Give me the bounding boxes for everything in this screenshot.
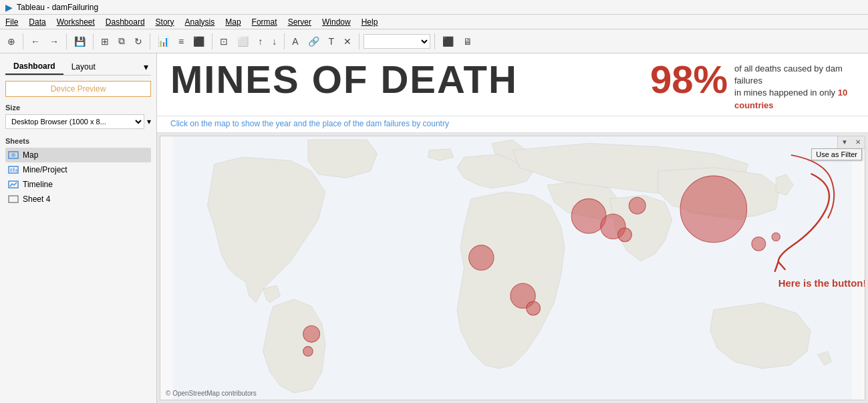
sep5 — [212, 33, 212, 49]
menu-help[interactable]: Help — [356, 16, 384, 28]
svg-rect-4 — [13, 168, 15, 172]
sheet-item-sheet4[interactable]: Sheet 4 — [5, 192, 151, 207]
menu-window[interactable]: Window — [317, 16, 356, 28]
menu-bar: File Data Worksheet Dashboard Story Anal… — [0, 15, 868, 29]
toolbar: ⊕ ← → 💾 ⊞ ⧉ ↻ 📊 ≡ ⬛ ⊡ ⬜ ↑ ↓ A 🔗 T ✕ ⬛ 🖥 — [0, 29, 868, 53]
stat-block: 98% of all deaths caused by dam failures… — [650, 60, 855, 112]
bubble-china[interactable] — [680, 176, 747, 243]
app-icon: ▶ — [5, 2, 13, 13]
present-btn[interactable]: ⬛ — [439, 34, 457, 49]
map-attribution: © OpenStreetMap contributors — [166, 390, 257, 397]
sep6 — [284, 33, 285, 49]
sheet-item-timeline[interactable]: Timeline — [5, 177, 151, 192]
bubble-central-asia[interactable] — [629, 197, 645, 214]
map-toolbar: ▼ ✕ — [837, 136, 865, 149]
toolbar-combo[interactable] — [364, 34, 430, 49]
device-preview-button[interactable]: Device Preview — [5, 81, 151, 97]
save-btn[interactable]: 💾 — [71, 34, 89, 49]
bubble-brazil[interactable] — [303, 325, 320, 342]
size-selector: Desktop Browser (1000 x 8... ▾ — [5, 114, 151, 129]
sheet-label-map: Map — [23, 150, 38, 160]
layout-btn[interactable]: ⬜ — [234, 34, 252, 49]
annotate-btn[interactable]: 🔗 — [305, 34, 323, 49]
bubble-central-africa2[interactable] — [527, 301, 541, 315]
menu-dashboard[interactable]: Dashboard — [100, 16, 150, 28]
sort-desc-btn[interactable]: ↓ — [269, 34, 280, 49]
text-btn[interactable]: T — [325, 34, 338, 49]
bubble-southeast-asia[interactable] — [752, 237, 766, 251]
world-map — [160, 136, 865, 400]
mark-btn[interactable]: ✕ — [340, 34, 355, 49]
tab-layout[interactable]: Layout — [63, 59, 104, 75]
dashboard-header: MINES OF DEATH 98% of all deaths caused … — [157, 53, 868, 116]
sep8 — [434, 33, 435, 49]
content-area: MINES OF DEATH 98% of all deaths caused … — [157, 53, 868, 403]
sheet4-icon — [8, 194, 19, 205]
menu-story[interactable]: Story — [150, 16, 180, 28]
sheets-label: Sheets — [5, 137, 151, 145]
sheet-label-sheet4: Sheet 4 — [23, 194, 50, 204]
bubble-west-africa[interactable] — [469, 245, 494, 270]
menu-server[interactable]: Server — [283, 16, 317, 28]
panel-tabs: Dashboard Layout ▾ — [5, 59, 151, 76]
tab-arrow-icon[interactable]: ▾ — [141, 59, 151, 75]
mine-sheet-icon — [8, 164, 19, 175]
svg-point-1 — [11, 153, 15, 157]
paste-btn[interactable]: ⧉ — [115, 33, 128, 49]
sep3 — [93, 33, 94, 49]
menu-file[interactable]: File — [0, 16, 23, 28]
tab-dashboard[interactable]: Dashboard — [5, 59, 63, 75]
add-datasource-btn[interactable]: ⊞ — [98, 34, 112, 49]
subtitle-bar: Click on the map to show the year and th… — [157, 116, 868, 133]
sep4 — [150, 33, 150, 49]
menu-format[interactable]: Format — [247, 16, 283, 28]
svg-rect-3 — [10, 168, 12, 172]
rows-btn[interactable]: ≡ — [175, 34, 187, 49]
refresh-btn[interactable]: ↻ — [131, 34, 146, 49]
dashboard-title: MINES OF DEATH — [170, 60, 518, 99]
label-btn[interactable]: A — [289, 34, 301, 49]
sheets-section: Sheets Map Mine/Project — [5, 137, 151, 207]
sep2 — [66, 33, 67, 49]
subtitle-text: Click on the map to show the year and th… — [170, 119, 449, 128]
sheet-item-mine[interactable]: Mine/Project — [5, 162, 151, 177]
bubble-east-asia[interactable] — [772, 233, 780, 241]
size-dropdown-icon[interactable]: ▾ — [147, 117, 151, 126]
sheet-label-mine: Mine/Project — [23, 165, 67, 174]
sort-asc-btn[interactable]: ↑ — [255, 34, 266, 49]
bubble-south-asia2[interactable] — [618, 228, 632, 242]
menu-data[interactable]: Data — [23, 16, 51, 28]
main-layout: Dashboard Layout ▾ Device Preview Size D… — [0, 53, 868, 403]
device-btn[interactable]: 🖥 — [460, 34, 476, 49]
cols-btn[interactable]: ⬛ — [190, 34, 208, 49]
map-container[interactable]: ▼ ✕ Use as Filter — [160, 136, 865, 400]
back-btn[interactable]: ← — [27, 34, 43, 49]
map-move-btn[interactable]: ▼ — [838, 136, 851, 148]
timeline-sheet-icon — [8, 179, 19, 190]
map-sheet-icon — [8, 150, 19, 160]
window-title: Tableau - damFailuring — [17, 3, 98, 12]
menu-analysis[interactable]: Analysis — [180, 16, 221, 28]
left-panel: Dashboard Layout ▾ Device Preview Size D… — [0, 53, 157, 403]
menu-map[interactable]: Map — [220, 16, 246, 28]
size-label: Size — [5, 104, 151, 112]
forward-btn[interactable]: → — [46, 34, 62, 49]
map-close-btn[interactable]: ✕ — [851, 136, 865, 148]
bubble-sa-small[interactable] — [303, 346, 313, 356]
stat-description: of all deaths caused by dam failures in … — [734, 60, 855, 112]
home-btn[interactable]: ⊕ — [4, 34, 19, 49]
menu-worksheet[interactable]: Worksheet — [51, 16, 100, 28]
fit-btn[interactable]: ⊡ — [216, 34, 231, 49]
size-combo[interactable]: Desktop Browser (1000 x 8... — [5, 114, 144, 129]
title-bar: ▶ Tableau - damFailuring — [0, 0, 868, 15]
sheet-item-map[interactable]: Map — [5, 148, 151, 162]
stat-desc-text: of all deaths caused by dam failures — [734, 63, 843, 86]
sep1 — [23, 33, 23, 49]
sep7 — [359, 33, 359, 49]
svg-rect-7 — [9, 196, 18, 203]
sheet-label-timeline: Timeline — [23, 180, 53, 189]
use-as-filter-button[interactable]: Use as Filter — [811, 148, 862, 160]
svg-rect-5 — [15, 169, 17, 172]
stat-percent: 98% — [650, 60, 728, 99]
chart-btn[interactable]: 📊 — [154, 34, 172, 49]
